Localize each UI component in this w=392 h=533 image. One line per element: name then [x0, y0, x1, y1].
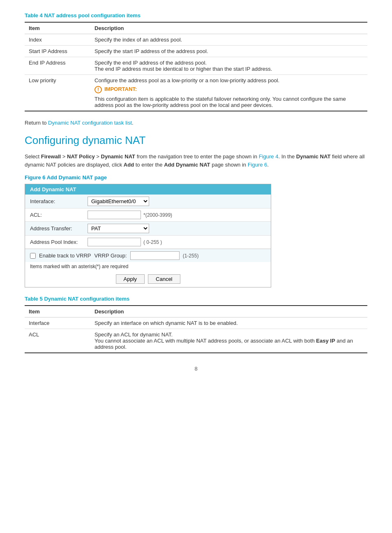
- row-item: Index: [25, 34, 90, 46]
- address-pool-row: Address Pool Index: ( 0-255 ): [25, 236, 271, 249]
- address-pool-control[interactable]: ( 0-255 ): [88, 238, 266, 246]
- interface-select[interactable]: GigabitEthernet0/0: [88, 197, 149, 206]
- table-row: Interface Specify an interface on which …: [25, 317, 367, 329]
- body-part5: to enter the: [134, 162, 164, 168]
- figure6-caption: Figure 6 Add Dynamic NAT page: [25, 174, 367, 181]
- table5-col-item: Item: [25, 306, 90, 317]
- body-part6: page shown in: [210, 162, 248, 168]
- row-desc: Specify the end IP address of the addres…: [90, 57, 367, 75]
- row-desc-line2: The end IP address must be identical to …: [95, 66, 363, 72]
- row-desc: Configure the address pool as a low-prio…: [90, 75, 367, 111]
- body-add-dynamic-nat: Add Dynamic NAT: [164, 162, 210, 168]
- row-desc: Specify the start IP address of the addr…: [90, 46, 367, 57]
- body-fig6-link[interactable]: Figure 6: [248, 162, 267, 168]
- acl-control[interactable]: *(2000-3999): [88, 211, 266, 219]
- body-fig4-link[interactable]: Figure 4: [259, 153, 279, 160]
- add-dynamic-nat-form: Add Dynamic NAT Interaface: GigabitEther…: [25, 184, 271, 287]
- row-desc-before: Configure the address pool as a low-prio…: [95, 77, 363, 83]
- row-item: End IP Address: [25, 57, 90, 75]
- body-part1: Select: [25, 153, 41, 160]
- table-row: Index Specify the index of an address po…: [25, 34, 367, 46]
- row-desc-line1: Specify the end IP address of the addres…: [95, 60, 363, 66]
- table4: Item Description Index Specify the index…: [25, 22, 367, 111]
- table-row: Start IP Address Specify the start IP ad…: [25, 46, 367, 57]
- body-add: Add: [124, 162, 134, 168]
- vrrp-row: Enable track to VRRP VRRP Group: (1-255): [25, 249, 271, 262]
- table5-caption: Table 5 Dynamic NAT configuration items: [25, 296, 367, 302]
- address-pool-input[interactable]: [88, 238, 141, 246]
- important-block: ! IMPORTANT:: [95, 86, 363, 93]
- apply-button[interactable]: Apply: [116, 274, 145, 284]
- enable-track-label: Enable track to VRRP: [39, 253, 91, 259]
- table4-col-item: Item: [25, 22, 90, 34]
- easy-ip-bold: Easy IP: [316, 338, 335, 344]
- row-item: Interface: [25, 317, 90, 329]
- acl-input[interactable]: [88, 211, 141, 219]
- body-dynamic-nat: Dynamic NAT: [101, 153, 136, 160]
- body-part2: from the navigation tree to enter the pa…: [135, 153, 259, 160]
- required-note: Items marked with an asterisk(*) are req…: [25, 262, 271, 271]
- important-icon: !: [95, 86, 102, 93]
- table-row: End IP Address Specify the end IP addres…: [25, 57, 367, 75]
- body-paragraph: Select Firewall > NAT Policy > Dynamic N…: [25, 153, 367, 169]
- row-item: ACL: [25, 329, 90, 353]
- interface-control[interactable]: GigabitEthernet0/0: [88, 197, 266, 206]
- table5-col-desc: Description: [90, 306, 367, 317]
- vrrp-group-label: VRRP Group:: [94, 253, 127, 259]
- body-part7: .: [267, 162, 269, 168]
- table-row: ACL Specify an ACL for dynamic NAT. You …: [25, 329, 367, 353]
- body-firewall: Firewall: [41, 153, 61, 160]
- body-gt1: >: [61, 153, 67, 160]
- acl-row: ACL: *(2000-3999): [25, 209, 271, 222]
- acl-label: ACL:: [30, 212, 88, 218]
- acl-hint: *(2000-3999): [143, 212, 172, 218]
- return-link-anchor[interactable]: Dynamic NAT configuration task list: [48, 120, 132, 126]
- return-link-paragraph: Return to Dynamic NAT configuration task…: [25, 120, 367, 126]
- important-label: IMPORTANT:: [104, 86, 137, 92]
- cancel-button[interactable]: Cancel: [148, 274, 180, 284]
- address-transfer-control[interactable]: PAT: [88, 224, 266, 233]
- form-actions: Apply Cancel: [25, 271, 271, 287]
- row-desc-line2: You cannot associate an ACL with multipl…: [95, 338, 363, 350]
- address-pool-label: Address Pool Index:: [30, 239, 88, 245]
- address-transfer-label: Address Transfer:: [30, 225, 88, 232]
- address-pool-hint: ( 0-255 ): [143, 239, 162, 245]
- body-gt2: >: [95, 153, 101, 160]
- row-item: Low priority: [25, 75, 90, 111]
- row-desc: Specify the index of an address pool.: [90, 34, 367, 46]
- table4-caption: Table 4 NAT address pool configuration i…: [25, 12, 367, 19]
- table4-col-desc: Description: [90, 22, 367, 34]
- address-transfer-select[interactable]: PAT: [88, 224, 149, 233]
- page-number: 8: [25, 366, 367, 372]
- row-desc-after: This configuration item is applicable to…: [95, 96, 363, 108]
- interface-row: Interaface: GigabitEthernet0/0: [25, 195, 271, 209]
- row-desc: Specify an interface on which dynamic NA…: [90, 317, 367, 329]
- row-item: Start IP Address: [25, 46, 90, 57]
- table-row: Low priority Configure the address pool …: [25, 75, 367, 111]
- row-desc-line1: Specify an ACL for dynamic NAT.: [95, 331, 363, 338]
- vrrp-group-input[interactable]: [130, 251, 180, 260]
- body-part3: . In the: [278, 153, 296, 160]
- return-link-prefix: Return to: [25, 120, 48, 126]
- table5: Item Description Interface Specify an in…: [25, 305, 367, 353]
- body-nat-policy: NAT Policy: [67, 153, 95, 160]
- enable-track-checkbox[interactable]: [30, 253, 36, 259]
- form-panel-header: Add Dynamic NAT: [25, 184, 271, 195]
- section-heading: Configuring dynamic NAT: [25, 134, 367, 147]
- interface-label: Interaface:: [30, 198, 88, 204]
- vrrp-group-hint: (1-255): [183, 253, 199, 259]
- row-desc: Specify an ACL for dynamic NAT. You cann…: [90, 329, 367, 353]
- address-transfer-row: Address Transfer: PAT: [25, 222, 271, 236]
- body-dynamic-nat2: Dynamic NAT: [296, 153, 331, 160]
